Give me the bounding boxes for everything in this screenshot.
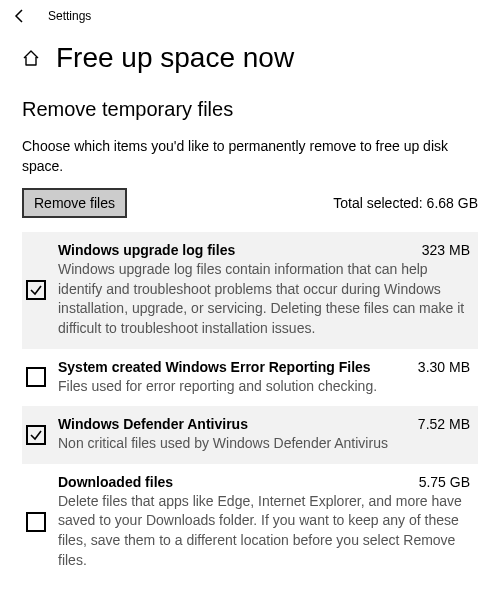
page-title: Free up space now bbox=[56, 42, 294, 74]
item-size: 323 MB bbox=[422, 242, 470, 258]
window-header: Settings bbox=[0, 0, 500, 32]
item-title: Downloaded files bbox=[58, 474, 173, 490]
item-title: System created Windows Error Reporting F… bbox=[58, 359, 371, 375]
back-arrow-icon[interactable] bbox=[12, 8, 28, 24]
checkbox[interactable] bbox=[26, 512, 46, 532]
instructions-text: Choose which items you'd like to permane… bbox=[22, 137, 478, 176]
item-description: Files used for error reporting and solut… bbox=[58, 377, 470, 397]
item-description: Non critical files used by Windows Defen… bbox=[58, 434, 470, 454]
item-size: 3.30 MB bbox=[418, 359, 470, 375]
item-title: Windows upgrade log files bbox=[58, 242, 235, 258]
remove-files-button[interactable]: Remove files bbox=[22, 188, 127, 218]
checkmark-icon bbox=[29, 428, 43, 442]
item-description: Windows upgrade log files contain inform… bbox=[58, 260, 470, 338]
home-icon[interactable] bbox=[22, 49, 40, 67]
list-item: System created Windows Error Reporting F… bbox=[22, 349, 478, 407]
item-description: Delete files that apps like Edge, Intern… bbox=[58, 492, 470, 570]
total-selected-label: Total selected: 6.68 GB bbox=[333, 195, 478, 211]
item-size: 5.75 GB bbox=[419, 474, 470, 490]
action-row: Remove files Total selected: 6.68 GB bbox=[22, 188, 478, 218]
item-title: Windows Defender Antivirus bbox=[58, 416, 248, 432]
checkmark-icon bbox=[29, 283, 43, 297]
title-row: Free up space now bbox=[0, 32, 500, 98]
item-size: 7.52 MB bbox=[418, 416, 470, 432]
list-item: Windows Defender Antivirus 7.52 MB Non c… bbox=[22, 406, 478, 464]
app-name: Settings bbox=[48, 9, 91, 23]
checkbox[interactable] bbox=[26, 280, 46, 300]
list-item: Downloaded files 5.75 GB Delete files th… bbox=[22, 464, 478, 580]
list-item: Windows upgrade log files 323 MB Windows… bbox=[22, 232, 478, 348]
checkbox[interactable] bbox=[26, 367, 46, 387]
checkbox[interactable] bbox=[26, 425, 46, 445]
section-heading: Remove temporary files bbox=[22, 98, 478, 121]
